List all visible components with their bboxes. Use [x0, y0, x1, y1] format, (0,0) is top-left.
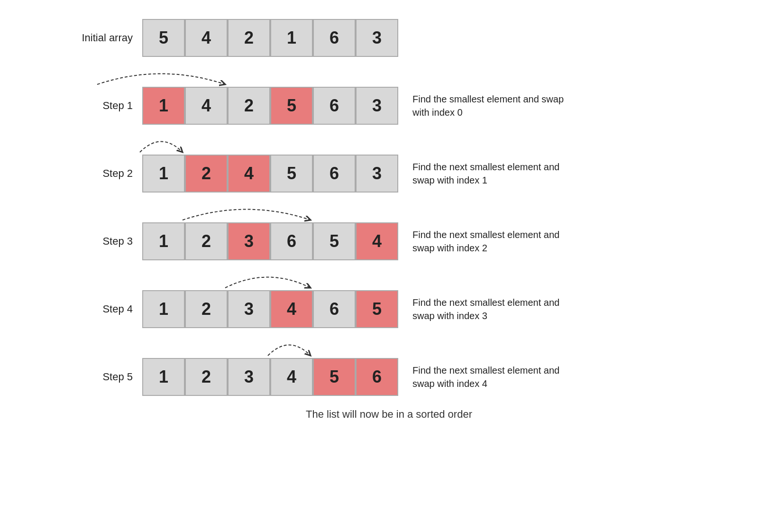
step-array-5: 123456: [142, 358, 398, 396]
cell-1: 2: [185, 290, 228, 328]
cell-3: 1: [270, 19, 313, 57]
cell-4: 5: [313, 358, 356, 396]
cell-4: 6: [313, 87, 356, 125]
cell-2: 3: [228, 222, 270, 260]
cell-2: 2: [228, 87, 270, 125]
cell-5: 3: [356, 155, 398, 193]
cell-1: 2: [185, 222, 228, 260]
step-row-5: Step 5 123456 Find the next smallest ele…: [76, 358, 564, 396]
cell-2: 2: [228, 19, 270, 57]
arrow-svg: [76, 128, 209, 157]
cell-1: 2: [185, 358, 228, 396]
cell-4: 6: [313, 290, 356, 328]
step-row-2: Step 2 124563 Find the next smallest ele…: [76, 155, 564, 193]
step-array-1: 142563: [142, 87, 398, 125]
initial-array: 542163: [142, 19, 398, 57]
step-row-3: Step 3 123654 Find the next smallest ele…: [76, 222, 564, 260]
step-label-5: Step 5: [76, 371, 142, 383]
cell-0: 1: [142, 222, 185, 260]
arrow-row-1: [76, 61, 337, 87]
step-label-2: Step 2: [76, 167, 142, 180]
step-row-1: Step 1 142563 Find the smallest element …: [76, 87, 564, 125]
cell-3: 5: [270, 155, 313, 193]
cell-2: 3: [228, 290, 270, 328]
cell-5: 3: [356, 19, 398, 57]
cell-0: 1: [142, 290, 185, 328]
arrow-svg: [76, 196, 337, 225]
cell-3: 5: [270, 87, 313, 125]
initial-row: Initial array 542163: [76, 19, 398, 57]
cell-1: 4: [185, 87, 228, 125]
cell-4: 6: [313, 19, 356, 57]
initial-section: Initial array 542163: [76, 19, 398, 57]
step-section-1: Step 1 142563 Find the smallest element …: [76, 61, 564, 125]
page-title: [0, 0, 778, 14]
cell-0: 1: [142, 155, 185, 193]
step-description-4: Find the next smallest element and swap …: [412, 296, 564, 322]
arrow-row-4: [76, 264, 337, 290]
footer-text: The list will now be in a sorted order: [0, 408, 778, 421]
cell-0: 1: [142, 358, 185, 396]
step-description-2: Find the next smallest element and swap …: [412, 160, 564, 187]
cell-5: 3: [356, 87, 398, 125]
cell-5: 5: [356, 290, 398, 328]
step-description-5: Find the next smallest element and swap …: [412, 364, 564, 390]
cell-1: 2: [185, 155, 228, 193]
cell-5: 6: [356, 358, 398, 396]
step-description-3: Find the next smallest element and swap …: [412, 228, 564, 255]
step-array-4: 123465: [142, 290, 398, 328]
arrow-svg: [76, 61, 251, 89]
cell-2: 4: [228, 155, 270, 193]
step-description-1: Find the smallest element and swap with …: [412, 92, 564, 119]
step-array-2: 124563: [142, 155, 398, 193]
arrow-svg: [76, 264, 337, 293]
cell-3: 6: [270, 222, 313, 260]
arrow-row-3: [76, 196, 337, 222]
step-section-3: Step 3 123654 Find the next smallest ele…: [76, 196, 564, 260]
step-label-3: Step 3: [76, 235, 142, 248]
step-section-2: Step 2 124563 Find the next smallest ele…: [76, 128, 564, 193]
diagram: Initial array 542163 Step 1 142563 Find …: [0, 14, 778, 400]
cell-1: 4: [185, 19, 228, 57]
step-section-4: Step 4 123465 Find the next smallest ele…: [76, 264, 564, 328]
step-label-1: Step 1: [76, 100, 142, 112]
cell-4: 6: [313, 155, 356, 193]
arrow-row-5: [76, 332, 337, 358]
arrow-svg: [76, 332, 337, 360]
arrow-row-2: [76, 128, 337, 155]
step-section-5: Step 5 123456 Find the next smallest ele…: [76, 332, 564, 396]
cell-0: 5: [142, 19, 185, 57]
cell-3: 4: [270, 290, 313, 328]
cell-2: 3: [228, 358, 270, 396]
cell-3: 4: [270, 358, 313, 396]
cell-4: 5: [313, 222, 356, 260]
step-label-4: Step 4: [76, 303, 142, 315]
cell-0: 1: [142, 87, 185, 125]
initial-label: Initial array: [76, 32, 142, 44]
cell-5: 4: [356, 222, 398, 260]
step-row-4: Step 4 123465 Find the next smallest ele…: [76, 290, 564, 328]
step-array-3: 123654: [142, 222, 398, 260]
